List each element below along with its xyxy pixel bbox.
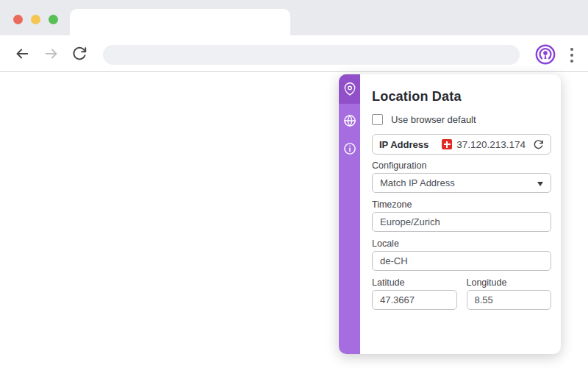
extension-logo-icon [534, 43, 556, 66]
timezone-label: Timezone [372, 199, 551, 210]
close-window-button[interactable] [13, 15, 23, 24]
ip-address-value: 37.120.213.174 [456, 139, 526, 150]
latitude-label: Latitude [372, 277, 457, 288]
address-bar[interactable] [103, 45, 520, 65]
minimize-window-button[interactable] [31, 15, 40, 24]
swiss-flag-icon [442, 139, 452, 149]
longitude-input[interactable] [467, 290, 552, 310]
latitude-input[interactable] [372, 290, 457, 310]
ip-address-box: IP Address 37.120.213.174 [372, 134, 551, 155]
arrow-left-icon [14, 46, 30, 62]
sidebar-item-location[interactable] [339, 74, 360, 104]
use-browser-default-label: Use browser default [391, 114, 476, 125]
reload-button[interactable] [71, 46, 87, 62]
locale-input[interactable] [372, 251, 551, 271]
browser-tab[interactable] [70, 9, 290, 35]
sidebar-item-network[interactable] [339, 107, 360, 135]
locale-label: Locale [372, 238, 551, 249]
coordinates-row: Latitude Longitude [372, 271, 551, 310]
forward-button[interactable] [43, 46, 60, 62]
browser-window: Location Data Use browser default IP Add… [0, 0, 588, 368]
back-button[interactable] [14, 46, 30, 62]
extension-button[interactable] [534, 43, 556, 66]
configuration-selected-value: Match IP Address [380, 177, 455, 188]
longitude-label: Longitude [467, 277, 552, 288]
globe-icon [343, 114, 356, 127]
kebab-dot [570, 48, 573, 51]
use-browser-default-checkbox[interactable] [372, 114, 383, 125]
ip-address-label: IP Address [379, 139, 429, 150]
kebab-dot [570, 54, 573, 57]
maximize-window-button[interactable] [49, 15, 58, 24]
refresh-ip-button[interactable] [533, 139, 544, 150]
popup-sidebar [339, 74, 360, 354]
popup-content: Location Data Use browser default IP Add… [360, 74, 561, 354]
location-pin-icon [343, 82, 356, 96]
configuration-label: Configuration [372, 160, 551, 171]
arrow-right-icon [43, 46, 60, 62]
refresh-icon [533, 139, 544, 150]
kebab-dot [570, 60, 573, 63]
extension-popup: Location Data Use browser default IP Add… [339, 74, 561, 354]
reload-icon [71, 46, 87, 62]
sidebar-item-info[interactable] [339, 135, 360, 163]
page-title: Location Data [372, 89, 551, 105]
titlebar [0, 0, 588, 35]
info-icon [343, 142, 356, 155]
use-browser-default-row: Use browser default [372, 114, 551, 125]
timezone-input[interactable] [372, 212, 551, 232]
configuration-select[interactable]: Match IP Address [372, 173, 551, 193]
browser-menu-button[interactable] [567, 46, 577, 64]
chevron-down-icon [537, 182, 543, 189]
